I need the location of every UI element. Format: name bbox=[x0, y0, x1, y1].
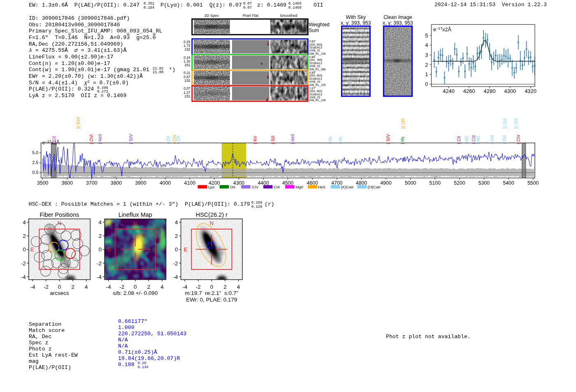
svg-text:-2: -2 bbox=[44, 284, 49, 290]
svg-text:0: 0 bbox=[23, 246, 26, 253]
svg-text:220.272250, 51.050143: 220.272250, 51.050143 bbox=[118, 331, 186, 337]
svg-text:0.188: 0.188 bbox=[118, 362, 135, 368]
svg-text:P(LAE)/P(OII): P(LAE)/P(OII) bbox=[29, 364, 71, 371]
svg-text:EWr: 0, PLAE: 0.179: EWr: 0, PLAE: 0.179 bbox=[186, 297, 237, 303]
svg-text:20180413: 20180413 bbox=[309, 93, 322, 96]
svg-text:OII: OII bbox=[314, 2, 323, 8]
svg-text:3900: 3900 bbox=[135, 180, 146, 186]
svg-text:0.85": 0.85" bbox=[309, 71, 316, 74]
svg-text:-4: -4 bbox=[106, 284, 111, 290]
svg-text:0.266: 0.266 bbox=[251, 201, 262, 205]
svg-text:0.1469: 0.1469 bbox=[288, 2, 302, 6]
svg-text:4500: 4500 bbox=[282, 180, 294, 186]
svg-text:0: 0 bbox=[99, 246, 102, 253]
svg-text:ID: 3090017846 (3090017846.pdf: ID: 3090017846 (3090017846.pdf) bbox=[29, 15, 130, 21]
svg-text:0.86": 0.86" bbox=[309, 56, 316, 58]
svg-text:z: 0.1469: z: 0.1469 bbox=[257, 2, 286, 8]
svg-text:{ Hγ: { Hγ bbox=[328, 136, 332, 144]
svg-text:{ Hβ: { Hβ bbox=[476, 136, 481, 144]
svg-text:Lineflux Map: Lineflux Map bbox=[118, 211, 152, 218]
svg-text:5: 5 bbox=[425, 32, 428, 39]
svg-text:HeII: HeII bbox=[318, 185, 325, 189]
svg-text:{ CIV: { CIV bbox=[516, 135, 521, 144]
svg-text:{ SiII: { SiII bbox=[271, 136, 275, 144]
svg-text:4800: 4800 bbox=[356, 180, 367, 186]
svg-text:}{ SiIV: }{ SiIV bbox=[76, 117, 81, 129]
svg-text:0.126: 0.126 bbox=[251, 205, 262, 209]
svg-text:0.1469: 0.1469 bbox=[288, 6, 302, 10]
svg-text:λ = 4275.55Å σ = 3.41(±1.63)Å: λ = 4275.55Å σ = 3.41(±1.63)Å bbox=[29, 47, 127, 53]
svg-text:-4: -4 bbox=[30, 284, 35, 290]
svg-text:2: 2 bbox=[99, 233, 102, 239]
svg-text:0.396: 0.396 bbox=[97, 86, 108, 90]
svg-text:008_RL_086: 008_RL_086 bbox=[309, 68, 326, 71]
svg-text:0.661177": 0.661177" bbox=[118, 318, 147, 325]
svg-text:Spec z: Spec z bbox=[29, 340, 48, 346]
svg-text:P(LAE)/P(OII): 0.324: P(LAE)/P(OII): 0.324 bbox=[29, 86, 94, 92]
svg-text:3500: 3500 bbox=[37, 180, 49, 186]
svg-text:Smoothed: Smoothed bbox=[280, 14, 297, 18]
svg-text:4: 4 bbox=[23, 219, 26, 225]
svg-text:4: 4 bbox=[85, 284, 88, 290]
svg-text:Fiber Positions: Fiber Positions bbox=[40, 211, 79, 218]
svg-text:CIV: CIV bbox=[252, 185, 259, 189]
svg-text:2: 2 bbox=[23, 233, 26, 239]
svg-text:3: 3 bbox=[425, 52, 428, 58]
svg-text:mag: mag bbox=[29, 358, 39, 364]
svg-text:5500: 5500 bbox=[527, 180, 539, 186]
svg-text:E: E bbox=[107, 246, 111, 253]
svg-text:0: 0 bbox=[175, 246, 178, 253]
svg-text:4320: 4320 bbox=[525, 88, 537, 94]
svg-text:0.71(±0.25)Å: 0.71(±0.25)Å bbox=[118, 349, 157, 355]
svg-text:5100: 5100 bbox=[430, 180, 441, 186]
svg-text:0.351: 0.351 bbox=[144, 2, 154, 6]
svg-text:MgII: MgII bbox=[295, 185, 303, 189]
svg-text:2: 2 bbox=[175, 233, 178, 239]
svg-text:Est LyA rest-EW: Est LyA rest-EW bbox=[29, 352, 78, 358]
svg-text:5400: 5400 bbox=[503, 180, 514, 186]
svg-text:{ OII: { OII bbox=[166, 136, 171, 144]
svg-text:5000: 5000 bbox=[405, 180, 416, 186]
svg-text:(K)CaII: (K)CaII bbox=[341, 185, 353, 189]
svg-text:{ SiIV: { SiIV bbox=[386, 134, 390, 144]
svg-text:21.00: 21.00 bbox=[153, 70, 163, 74]
svg-text:N/A: N/A bbox=[118, 343, 128, 349]
svg-text:008_RL_106: 008_RL_106 bbox=[309, 99, 326, 102]
svg-text:232: 232 bbox=[185, 79, 190, 83]
svg-text:-2: -2 bbox=[97, 260, 102, 267]
svg-text:-2: -2 bbox=[196, 284, 201, 290]
svg-text:{ OIII: { OIII bbox=[502, 135, 507, 144]
svg-text:2: 2 bbox=[71, 284, 74, 290]
svg-text:2: 2 bbox=[223, 284, 227, 290]
svg-text:Obs: 20180413v006_3090017846: Obs: 20180413v006_3090017846 bbox=[29, 22, 120, 28]
svg-text:4100: 4100 bbox=[184, 180, 196, 186]
svg-text:5200: 5200 bbox=[454, 180, 465, 186]
svg-text:E: E bbox=[30, 246, 34, 253]
svg-text:}{ OIII: }{ OIII bbox=[514, 118, 518, 129]
svg-text:{ HeII: { HeII bbox=[290, 134, 295, 144]
svg-text:P(Lyα): 0.001 Q(z): 0.07: P(Lyα): 0.001 Q(z): 0.07 bbox=[160, 2, 242, 8]
svg-text:2: 2 bbox=[425, 62, 428, 68]
svg-text:4: 4 bbox=[160, 284, 164, 290]
svg-text:231: 231 bbox=[185, 94, 190, 98]
svg-text:232: 232 bbox=[185, 47, 190, 51]
svg-text:e−17x2Å: e−17x2Å bbox=[42, 139, 60, 146]
svg-text:{ OIII: { OIII bbox=[490, 135, 495, 144]
svg-text:20180413: 20180413 bbox=[309, 46, 322, 49]
svg-text:Weighted: Weighted bbox=[309, 22, 330, 28]
svg-text:21.02: 21.02 bbox=[153, 67, 163, 71]
svg-text:008_RL_105: 008_RL_105 bbox=[309, 84, 326, 87]
svg-text:(r): (r) bbox=[265, 201, 274, 207]
svg-text:-4: -4 bbox=[21, 274, 26, 280]
svg-text:19.84(19.66,20.07)R: 19.84(19.66,20.07)R bbox=[118, 355, 180, 362]
svg-text:-2: -2 bbox=[173, 260, 178, 267]
svg-text:{ CII: { CII bbox=[52, 136, 56, 144]
svg-text:0.0: 0.0 bbox=[33, 170, 39, 175]
svg-text:F=1.6" T=0.146 N=1.23 A=0.9: F=1.6" T=0.146 N=1.23 A=0.93 g=25.0 bbox=[29, 35, 156, 41]
svg-text:Cont(w) = 1.90(±0.01)e-17 (gma: Cont(w) = 1.90(±0.01)e-17 (gmag 21.01 bbox=[29, 67, 149, 73]
svg-text:x, y: 393, 953: x, y: 393, 953 bbox=[383, 20, 413, 26]
svg-text:Clean Image: Clean Image bbox=[383, 14, 412, 20]
svg-text:{ HeII: { HeII bbox=[98, 134, 102, 144]
svg-text:0.134: 0.134 bbox=[138, 365, 149, 369]
svg-text:0.07: 0.07 bbox=[243, 2, 252, 6]
